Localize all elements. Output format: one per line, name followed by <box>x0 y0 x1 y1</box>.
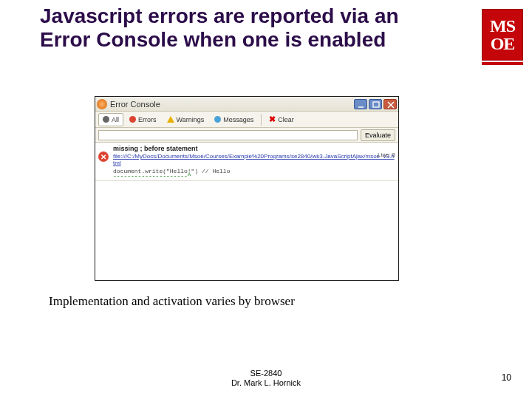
svg-rect-1 <box>373 102 379 107</box>
footer-author: Dr. Mark L. Hornick <box>0 378 532 389</box>
filter-all-button[interactable]: All <box>98 113 123 126</box>
clear-label: Clear <box>278 116 294 123</box>
eval-bar: Evaluate <box>95 128 398 143</box>
error-message: missing ; before statement <box>113 145 395 152</box>
app-icon <box>97 99 107 109</box>
slide-title: Javascript errors are reported via an Er… <box>40 4 454 52</box>
error-console-window: Error Console All Errors Warnings <box>95 96 399 281</box>
error-icon <box>129 116 136 123</box>
close-button[interactable] <box>383 99 397 109</box>
filter-messages-label: Messages <box>223 116 253 123</box>
logo-row2: OE <box>491 35 515 52</box>
filter-warnings-label: Warnings <box>177 116 205 123</box>
error-entry: ✕ missing ; before statement file:///C:/… <box>95 143 398 181</box>
console-toolbar: All Errors Warnings Messages ✖ Clear <box>95 112 398 128</box>
logo-row1: MS <box>490 17 515 35</box>
error-file-link[interactable]: file:///C:/MyDocs/Documents/Msoe/Courses… <box>113 153 395 166</box>
slide-subnote: Implementation and activation varies by … <box>49 294 295 309</box>
filter-errors-button[interactable]: Errors <box>125 113 161 126</box>
evaluate-button[interactable]: Evaluate <box>361 129 395 141</box>
message-icon <box>214 116 221 123</box>
slide-footer: SE-2840 Dr. Mark L. Hornick <box>0 369 532 389</box>
clear-button[interactable]: ✖ Clear <box>265 113 299 126</box>
error-caret-indicator: ---------------------^ <box>113 174 395 178</box>
clear-icon: ✖ <box>269 115 276 124</box>
console-body: ✕ missing ; before statement file:///C:/… <box>95 143 398 280</box>
window-titlebar: Error Console <box>95 97 398 112</box>
maximize-button[interactable] <box>369 99 382 109</box>
toolbar-separator <box>261 114 262 126</box>
eval-input[interactable] <box>98 130 358 140</box>
filter-errors-label: Errors <box>138 116 157 123</box>
error-badge-icon: ✕ <box>98 151 109 162</box>
footer-course: SE-2840 <box>0 369 532 379</box>
filter-all-label: All <box>112 116 119 123</box>
filter-messages-button[interactable]: Messages <box>210 113 258 126</box>
window-title: Error Console <box>110 100 354 109</box>
filter-warnings-button[interactable]: Warnings <box>163 113 209 126</box>
page-number: 10 <box>502 372 511 383</box>
warning-icon <box>167 116 174 123</box>
error-line-number: Line: 8 <box>378 151 395 158</box>
minimize-button[interactable] <box>354 99 367 109</box>
all-icon <box>103 116 109 123</box>
msoe-logo: MS OE <box>482 9 525 64</box>
